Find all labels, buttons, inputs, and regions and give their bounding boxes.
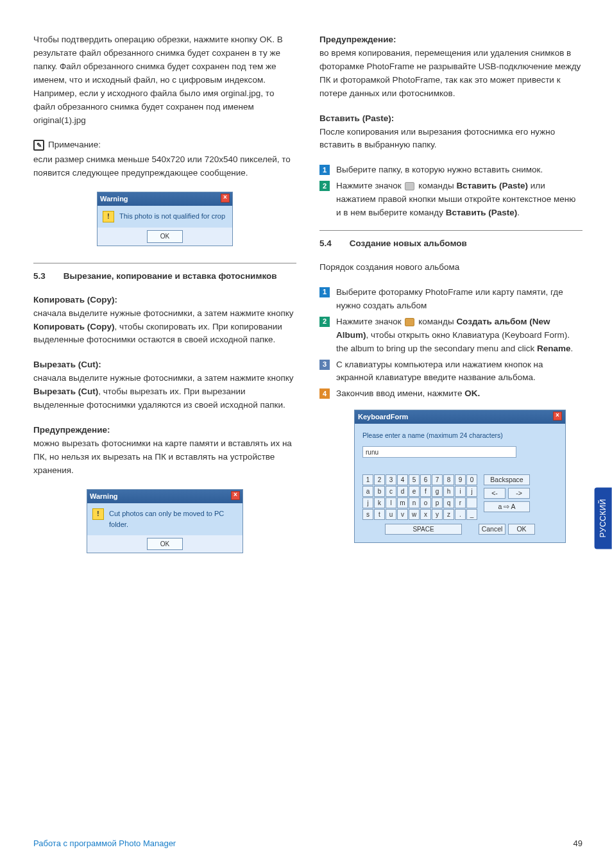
keyboard-key[interactable]: 9: [455, 474, 466, 485]
keyboard-key[interactable]: m: [397, 497, 408, 508]
arrow-right-button[interactable]: ->: [508, 488, 530, 499]
backspace-button[interactable]: Backspace: [484, 474, 530, 485]
cancel-button[interactable]: Cancel: [479, 524, 506, 535]
left-column: Чтобы подтвердить операцию обрезки, нажм…: [33, 33, 296, 565]
keyboard-key[interactable]: y: [432, 509, 443, 520]
keyboard-key[interactable]: n: [409, 497, 420, 508]
section-5-4-header: 5.4 Создание новых альбомов: [319, 237, 582, 251]
note-icon: ✎: [33, 140, 44, 151]
warning-dialog-cut: Warning × Cut photos can only be moved t…: [87, 489, 243, 554]
step-number-icon: 2: [319, 181, 330, 191]
album-steps: 1 Выберите фоторамку PhotoFrame или карт…: [319, 286, 582, 401]
copy-bold: Копировать (Copy): [33, 322, 114, 331]
paste-step-1: 1 Выберите папку, в которую нужно встави…: [319, 163, 582, 177]
paste-icon: [405, 182, 414, 190]
keyboard-key[interactable]: v: [397, 509, 408, 520]
name-input[interactable]: runu: [362, 446, 516, 458]
cut-paragraph: сначала выделите нужные фотоснимки, а за…: [33, 372, 296, 412]
dialog-title: KeyboardForm: [358, 412, 408, 422]
two-column-layout: Чтобы подтвердить операцию обрезки, нажм…: [33, 33, 582, 565]
new-album-icon: [405, 318, 414, 326]
keyboard-key[interactable]: 3: [386, 474, 396, 485]
step-number-icon: 1: [319, 287, 330, 297]
keyboard-key[interactable]: e: [409, 486, 420, 497]
copy-heading: Копировать (Copy):: [33, 294, 296, 307]
keyboard-key[interactable]: 5: [409, 474, 420, 485]
section-number: 5.3: [33, 270, 46, 283]
keyboard-key[interactable]: 0: [466, 474, 477, 485]
keyboard-key[interactable]: 8: [443, 474, 454, 485]
shift-button[interactable]: a ⇨ A: [484, 501, 530, 512]
step-text: Выберите фоторамку PhotoFrame или карту …: [336, 286, 582, 313]
warning-body-right: во время копирования, перемещения или уд…: [319, 47, 582, 101]
ok-button[interactable]: OK: [147, 230, 183, 243]
keyboard-keys: 1234567890 abcdefghij jklmnopqr stuvwxyz…: [362, 474, 477, 520]
step-text: Закончив ввод имени, нажмите OK.: [336, 387, 582, 401]
keyboard-key[interactable]: k: [374, 497, 385, 508]
ok-button[interactable]: OK: [508, 524, 535, 535]
keyboard-key[interactable]: b: [374, 486, 385, 497]
step-text: Нажмите значок команды Вставить (Paste) …: [336, 179, 582, 220]
step-number-icon: 2: [319, 317, 330, 327]
keyboard-key[interactable]: u: [386, 509, 396, 520]
warning-heading-right: Предупреждение:: [319, 33, 582, 47]
dialog-message: Cut photos can only be moved to PC folde…: [109, 508, 237, 530]
keyboard-key[interactable]: t: [374, 509, 385, 520]
keyboard-key[interactable]: [466, 497, 477, 508]
copy-paragraph: сначала выделите нужные фотоснимки, а за…: [33, 307, 296, 347]
keyboard-key[interactable]: l: [386, 497, 396, 508]
warning-dialog-crop: Warning × This photo is not qualified fo…: [97, 192, 233, 246]
step-number-icon: 4: [319, 388, 330, 399]
section-divider: [33, 263, 296, 263]
ok-button[interactable]: OK: [147, 538, 183, 551]
keyboard-key[interactable]: 7: [432, 474, 443, 485]
keyboard-key[interactable]: _: [466, 509, 477, 520]
paste-step-2: 2 Нажмите значок команды Вставить (Paste…: [319, 179, 582, 220]
close-icon[interactable]: ×: [553, 412, 562, 421]
keyboard-key[interactable]: d: [397, 486, 408, 497]
keyboard-key[interactable]: h: [443, 486, 454, 497]
keyboard-prompt: Please enter a name (maximum 24 characte…: [362, 430, 557, 440]
keyboard-key[interactable]: 2: [374, 474, 385, 485]
album-intro: Порядок создания нового альбома: [319, 261, 582, 274]
warning-icon: [92, 508, 104, 520]
album-step-3: 3 С клавиатуры компьютера или нажатием к…: [319, 358, 582, 385]
keyboard-key[interactable]: q: [443, 497, 454, 508]
keyboard-key[interactable]: r: [455, 497, 466, 508]
close-icon[interactable]: ×: [231, 491, 240, 500]
arrow-left-button[interactable]: <-: [484, 488, 506, 499]
keyboard-key[interactable]: f: [420, 486, 431, 497]
keyboard-key[interactable]: s: [362, 509, 373, 520]
dialog-message: This photo is not qualified for crop: [119, 211, 225, 222]
language-tab[interactable]: РУССКИЙ: [595, 487, 612, 549]
close-icon[interactable]: ×: [221, 194, 230, 203]
keyboard-key[interactable]: a: [362, 486, 373, 497]
dialog-title: Warning: [100, 194, 128, 204]
keyboard-key[interactable]: z: [443, 509, 454, 520]
space-button[interactable]: SPACE: [385, 524, 462, 535]
keyboard-key[interactable]: 4: [397, 474, 408, 485]
dialog-title: Warning: [90, 491, 118, 502]
keyboard-form-dialog: KeyboardForm × Please enter a name (maxi…: [354, 410, 566, 542]
page-number: 49: [574, 837, 582, 850]
keyboard-key[interactable]: 6: [420, 474, 431, 485]
cut-heading: Вырезать (Cut):: [33, 358, 296, 372]
keyboard-key[interactable]: 1: [362, 474, 373, 485]
album-step-2: 2 Нажмите значок команды Создать альбом …: [319, 315, 582, 356]
section-number: 5.4: [319, 237, 332, 251]
keyboard-key[interactable]: j: [362, 497, 373, 508]
keyboard-key[interactable]: g: [432, 486, 443, 497]
keyboard-key[interactable]: o: [420, 497, 431, 508]
keyboard-key[interactable]: c: [386, 486, 396, 497]
keyboard-key[interactable]: i: [455, 486, 466, 497]
keyboard-key[interactable]: p: [432, 497, 443, 508]
keyboard-key[interactable]: x: [420, 509, 431, 520]
step-text: Нажмите значок команды Создать альбом (N…: [336, 315, 582, 356]
section-divider: [319, 230, 582, 231]
paste-heading: Вставить (Paste):: [319, 112, 582, 126]
keyboard-key[interactable]: j: [466, 486, 477, 497]
page-footer: Работа с программой Photo Manager 49: [33, 837, 582, 850]
keyboard-key[interactable]: w: [409, 509, 420, 520]
album-step-4: 4 Закончив ввод имени, нажмите OK.: [319, 387, 582, 401]
keyboard-key[interactable]: .: [455, 509, 466, 520]
